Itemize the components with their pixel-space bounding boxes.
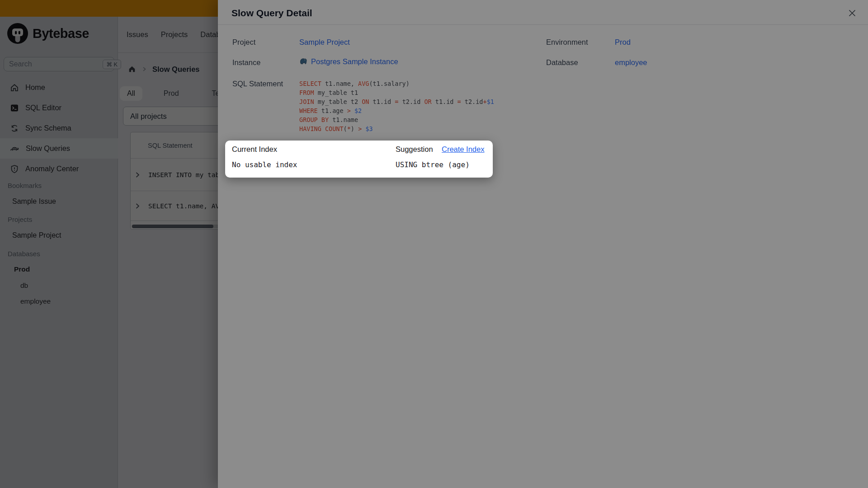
sql-statement-label: SQL Statement bbox=[232, 80, 283, 88]
sidebar-db-db[interactable]: db bbox=[20, 282, 28, 290]
table-cell-sql: SELECT t1.name, AV bbox=[148, 202, 219, 210]
environment-link[interactable]: Prod bbox=[615, 38, 631, 47]
search-input[interactable] bbox=[9, 60, 103, 68]
sidebar-item-sql-editor[interactable]: SQL Editor bbox=[0, 98, 118, 118]
sidebar-item-sample-project[interactable]: Sample Project bbox=[12, 231, 61, 239]
sidebar-item-label: Slow Queries bbox=[26, 144, 70, 153]
sidebar-db-env-prod[interactable]: Prod bbox=[14, 265, 30, 273]
project-link[interactable]: Sample Project bbox=[299, 38, 350, 47]
suggestion-label: Suggestion bbox=[396, 145, 433, 154]
instance-link-label: Postgres Sample Instance bbox=[311, 57, 398, 66]
sidebar-item-slow-queries[interactable]: Slow Queries bbox=[0, 138, 118, 159]
tab-prod[interactable]: Prod bbox=[156, 86, 186, 101]
sidebar-item-home[interactable]: Home bbox=[0, 77, 118, 98]
sidebar: Bytebase ⌘ K Home SQL Editor bbox=[0, 17, 118, 488]
sidebar-section-bookmarks: Bookmarks bbox=[8, 182, 42, 189]
create-index-link[interactable]: Create Index bbox=[442, 145, 484, 154]
project-label: Project bbox=[232, 38, 255, 47]
top-nav-projects[interactable]: Projects bbox=[161, 30, 188, 39]
index-suggestion-popup: Current Index Suggestion Create Index No… bbox=[225, 141, 493, 178]
sidebar-section-databases: Databases bbox=[8, 250, 40, 258]
shield-icon bbox=[10, 164, 19, 174]
environment-label: Environment bbox=[546, 38, 588, 47]
sidebar-item-sample-issue[interactable]: Sample Issue bbox=[12, 197, 56, 206]
sidebar-item-label: Home bbox=[25, 83, 45, 92]
sync-icon bbox=[10, 124, 19, 133]
modal-header: Slow Query Detail bbox=[218, 0, 868, 25]
sidebar-item-label: SQL Editor bbox=[25, 103, 61, 112]
breadcrumb-chevron-icon bbox=[142, 66, 147, 72]
sidebar-nav: Home SQL Editor Sync Schema bbox=[0, 77, 118, 179]
breadcrumb-current: Slow Queries bbox=[152, 65, 200, 74]
breadcrumb-home-icon[interactable] bbox=[128, 65, 136, 73]
bytebase-logo[interactable]: Bytebase bbox=[7, 23, 89, 44]
instance-link[interactable]: Postgres Sample Instance bbox=[299, 57, 398, 66]
brand-name: Bytebase bbox=[33, 26, 89, 41]
sidebar-item-anomaly-center[interactable]: Anomaly Center bbox=[0, 159, 118, 179]
environment-tabs: All Prod Test bbox=[120, 85, 232, 102]
search-box[interactable]: ⌘ K bbox=[4, 57, 114, 71]
database-label: Database bbox=[546, 58, 578, 67]
database-link[interactable]: employee bbox=[615, 58, 647, 67]
sidebar-section-projects: Projects bbox=[8, 216, 32, 223]
breadcrumb: Slow Queries bbox=[128, 63, 200, 75]
project-filter-value: All projects bbox=[130, 112, 167, 121]
table-cell-sql: INSERT INTO my_tab bbox=[148, 171, 219, 178]
close-button[interactable] bbox=[846, 7, 858, 19]
sidebar-item-sync-schema[interactable]: Sync Schema bbox=[0, 118, 118, 138]
sidebar-db-employee[interactable]: employee bbox=[20, 297, 51, 305]
close-icon bbox=[847, 8, 857, 18]
expand-chevron-icon[interactable] bbox=[133, 202, 142, 210]
sidebar-item-label: Sync Schema bbox=[25, 124, 71, 132]
sql-code: SELECT t1.name, AVG(t1.salary)FROM my_ta… bbox=[299, 79, 494, 133]
tab-all[interactable]: All bbox=[120, 86, 142, 101]
bytebase-logo-icon bbox=[7, 23, 28, 44]
current-index-label: Current Index bbox=[232, 145, 277, 154]
terminal-icon bbox=[10, 103, 19, 113]
slow-query-detail-modal: Slow Query Detail Project Sample Project… bbox=[218, 0, 868, 488]
turtle-icon bbox=[10, 144, 19, 153]
current-index-value: No usable index bbox=[232, 160, 297, 169]
expand-chevron-icon[interactable] bbox=[133, 171, 142, 179]
scrollbar-thumb[interactable] bbox=[132, 225, 213, 228]
modal-title: Slow Query Detail bbox=[231, 8, 312, 19]
suggestion-value: USING btree (age) bbox=[396, 160, 470, 169]
home-icon bbox=[10, 83, 19, 92]
sidebar-item-label: Anomaly Center bbox=[25, 164, 79, 173]
top-nav-issues[interactable]: Issues bbox=[127, 30, 148, 39]
postgres-elephant-icon bbox=[299, 57, 308, 66]
instance-label: Instance bbox=[232, 58, 260, 67]
